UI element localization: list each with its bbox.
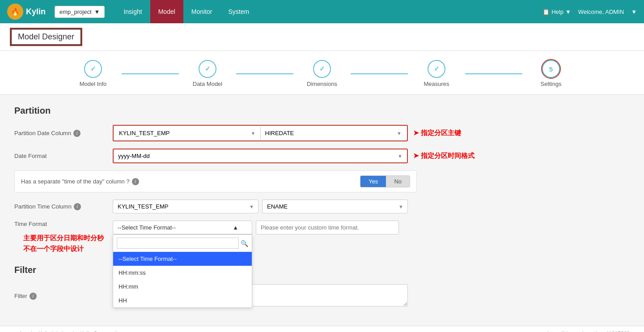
help-button[interactable]: 📋 Help ▼: [542, 9, 571, 15]
no-button[interactable]: No: [386, 176, 410, 187]
step-5-circle: 5: [542, 60, 560, 78]
filter-section-title: Filter: [14, 265, 630, 275]
connector-4: [465, 73, 522, 74]
nav-item-model[interactable]: Model: [150, 0, 183, 23]
filter-info-icon[interactable]: i: [30, 293, 37, 300]
page-header: Model Designer: [0, 23, 644, 51]
time-format-dropdown-menu: 🔍 --Select Time Format-- HH:mm:ss HH:mm …: [113, 234, 252, 308]
step-model-info[interactable]: ✓ Model Info: [64, 60, 122, 87]
partition-date-column-select[interactable]: HIREDATE: [261, 127, 407, 140]
search-icon: 🔍: [241, 240, 248, 247]
help-icon: 📋: [542, 9, 550, 15]
partition-time-column-label: Partition Time Column i: [14, 203, 113, 210]
kylin-logo-icon: 🔥: [7, 4, 23, 20]
time-format-search-container: 🔍: [113, 235, 252, 252]
welcome-text: Welcome, ADMIN: [578, 9, 624, 15]
annotation-partition-key: ➤ 指定分区主键: [413, 129, 461, 137]
filter-label: Filter i: [14, 293, 113, 300]
time-format-selected: --Select Time Format--: [118, 224, 176, 231]
separate-time-info-icon[interactable]: i: [132, 178, 139, 185]
step-5-label: Settings: [541, 81, 562, 87]
partition-date-column-label: Partition Date Column i: [14, 130, 113, 137]
page-title: Model Designer: [11, 29, 81, 45]
time-format-option-hhmm[interactable]: HH:mm: [113, 280, 252, 294]
partition-date-info-icon[interactable]: i: [73, 130, 80, 137]
nav-left: 🔥 Kylin emp_project ▼ Insight Model Moni…: [7, 0, 257, 23]
project-dropdown-arrow: ▼: [94, 9, 100, 15]
partition-date-table-select[interactable]: KYLIN_TEST_EMP: [114, 127, 260, 140]
partition-time-column-row: Partition Time Column i KYLIN_TEST_EMP ▼…: [14, 200, 630, 213]
step-settings[interactable]: 5 Settings: [522, 60, 580, 87]
step-1-circle: ✓: [84, 60, 102, 78]
project-dropdown[interactable]: emp_project ▼: [55, 6, 105, 18]
connector-1: [122, 73, 179, 74]
step-4-circle: ✓: [428, 60, 445, 78]
partition-time-table-select[interactable]: KYLIN_TEST_EMP: [113, 200, 258, 213]
connector-2: [236, 73, 293, 74]
nav-item-insight[interactable]: Insight: [115, 0, 150, 23]
stepper: ✓ Model Info ✓ Data Model ✓ Dimensions ✓…: [64, 60, 580, 87]
nav-item-monitor[interactable]: Monitor: [183, 0, 220, 23]
time-format-search-input[interactable]: [117, 238, 239, 249]
time-format-option-hhmmss[interactable]: HH:mm:ss: [113, 266, 252, 280]
date-format-select[interactable]: yyyy-MM-dd: [114, 149, 407, 162]
help-label: Help: [551, 9, 564, 15]
main-content: Partition Partition Date Column i KYLIN_…: [0, 95, 644, 326]
project-value: emp_project: [59, 9, 92, 15]
step-2-circle: ✓: [199, 60, 216, 78]
time-format-option-default[interactable]: --Select Time Format--: [113, 252, 252, 266]
separate-time-toggle-row: Has a separate "time of the day" column …: [14, 170, 417, 192]
connector-3: [351, 73, 408, 74]
footer: ⌂ Apache Kylin | ♛ Apache Kylin Communit…: [0, 326, 644, 332]
nav-menu: Insight Model Monitor System: [115, 0, 257, 23]
partition-date-column-row: Partition Date Column i KYLIN_TEST_EMP ▼…: [14, 125, 630, 141]
user-dropdown-arrow: ▼: [631, 9, 637, 15]
step-data-model[interactable]: ✓ Data Model: [179, 60, 236, 87]
top-navigation: 🔥 Kylin emp_project ▼ Insight Model Moni…: [0, 0, 644, 23]
step-dimensions[interactable]: ✓ Dimensions: [293, 60, 351, 87]
step-4-label: Measures: [424, 81, 449, 87]
yes-no-toggle[interactable]: Yes No: [360, 175, 410, 187]
filter-section: Filter Filter i: [14, 265, 630, 308]
filter-row: Filter i: [14, 284, 630, 308]
separate-time-label: Has a separate "time of the day" column …: [21, 178, 360, 185]
help-dropdown-arrow: ▼: [565, 9, 571, 15]
logo-area: 🔥 Kylin: [7, 4, 46, 20]
nav-item-system[interactable]: System: [220, 0, 258, 23]
logo-text: Kylin: [26, 7, 46, 17]
partition-time-info-icon[interactable]: i: [74, 203, 81, 210]
nav-right: 📋 Help ▼ Welcome, ADMIN ▼: [542, 9, 637, 15]
yes-button[interactable]: Yes: [360, 176, 386, 187]
time-format-label: Time Format: [14, 221, 113, 227]
step-3-circle: ✓: [313, 60, 331, 78]
time-format-dropdown-arrow: ▲: [233, 224, 238, 231]
step-measures[interactable]: ✓ Measures: [408, 60, 465, 87]
annotation-time-format: ➤ 指定分区时间格式: [413, 152, 475, 160]
date-format-row: Date Format yyyy-MM-dd ▼ ➤ 指定分区时间格式: [14, 149, 630, 163]
step-3-label: Dimensions: [307, 81, 337, 87]
stepper-container: ✓ Model Info ✓ Data Model ✓ Dimensions ✓…: [0, 51, 644, 95]
partition-section-title: Partition: [14, 106, 630, 116]
chinese-annotation-area: 主要用于区分日期和时分秒 不在一个字段中设计: [14, 233, 630, 254]
step-1-label: Model Info: [80, 81, 107, 87]
time-format-option-hh[interactable]: HH: [113, 294, 252, 307]
step-2-label: Data Model: [193, 81, 222, 87]
date-format-label: Date Format: [14, 153, 113, 159]
partition-time-column-select[interactable]: ENAME: [262, 200, 408, 213]
